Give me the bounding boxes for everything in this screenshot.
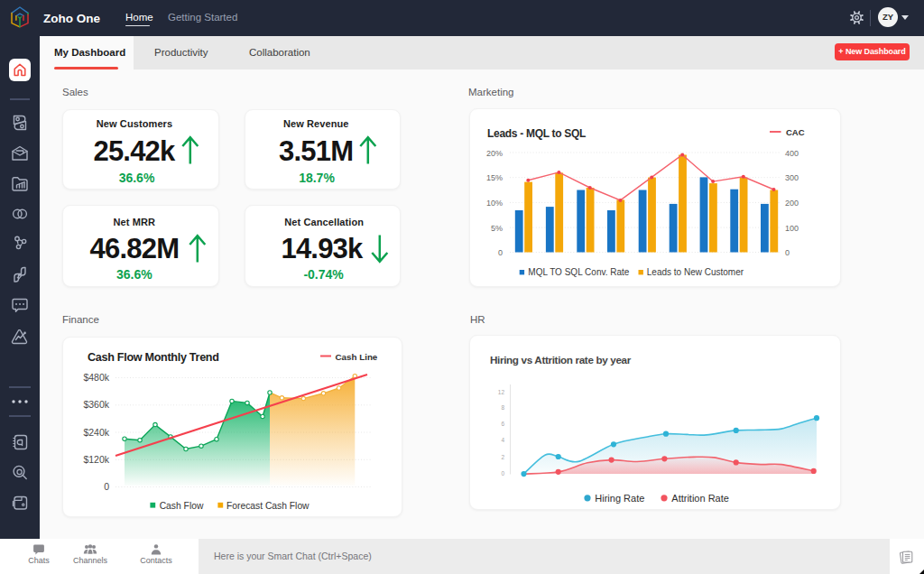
svg-text:100: 100 [785, 224, 799, 233]
svg-text:0: 0 [785, 248, 790, 257]
svg-text:0: 0 [498, 248, 503, 257]
svg-text:$240k: $240k [83, 427, 109, 438]
svg-text:MQL TO SQL Conv. Rate: MQL TO SQL Conv. Rate [528, 267, 630, 277]
svg-text:5%: 5% [491, 224, 503, 233]
svg-text:2: 2 [501, 454, 504, 460]
svg-text:15%: 15% [486, 173, 503, 182]
svg-text:10%: 10% [486, 199, 503, 208]
svg-text:Leads to New Customer: Leads to New Customer [647, 267, 744, 277]
svg-text:$120k: $120k [83, 454, 109, 465]
svg-text:$480k: $480k [83, 372, 109, 383]
svg-text:CAC: CAC [786, 127, 805, 137]
svg-text:Cash Flow: Cash Flow [160, 501, 204, 511]
svg-text:200: 200 [785, 199, 799, 208]
svg-text:$360k: $360k [83, 399, 109, 410]
svg-text:Hiring Rate: Hiring Rate [595, 493, 644, 504]
svg-text:400: 400 [785, 149, 799, 158]
svg-text:6: 6 [501, 421, 504, 427]
svg-text:Cash Line: Cash Line [336, 352, 378, 362]
svg-text:8: 8 [501, 404, 504, 411]
svg-text:Cash Flow Monthly Trend: Cash Flow Monthly Trend [88, 351, 219, 364]
svg-text:Leads - MQL to SQL: Leads - MQL to SQL [487, 127, 586, 140]
svg-text:Attrition Rate: Attrition Rate [671, 493, 729, 504]
svg-text:12: 12 [498, 389, 505, 395]
svg-text:300: 300 [785, 173, 799, 182]
svg-text:Forecast Cash Flow: Forecast Cash Flow [226, 501, 310, 511]
svg-text:Hiring vs Attrition rate by ye: Hiring vs Attrition rate by year [490, 354, 632, 366]
svg-text:0: 0 [501, 470, 504, 477]
svg-text:0: 0 [104, 481, 109, 492]
svg-text:20%: 20% [486, 149, 503, 158]
svg-text:4: 4 [501, 437, 504, 443]
